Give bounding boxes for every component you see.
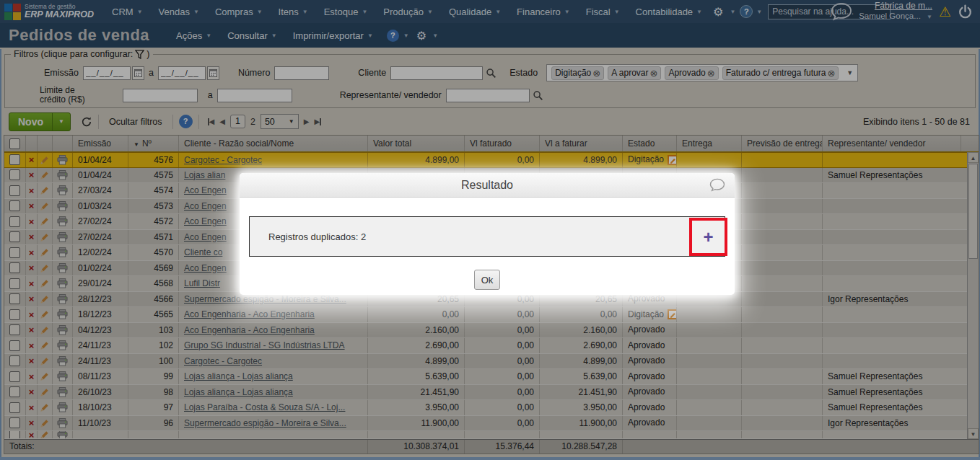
expand-plus-button[interactable]: + bbox=[703, 229, 713, 246]
dialog-title: Resultado bbox=[461, 179, 513, 191]
dialog-header[interactable]: Resultado bbox=[240, 173, 735, 198]
app-window: Sistema de gestão ERP MAXIPROD CRM▼Venda… bbox=[0, 0, 980, 460]
highlight-red-box: + bbox=[689, 218, 727, 256]
result-panel: Registros duplicados: 2 bbox=[249, 216, 725, 257]
result-message: Registros duplicados: 2 bbox=[250, 231, 366, 242]
resultado-dialog: Resultado Registros duplicados: 2 + Ok bbox=[240, 173, 735, 295]
ok-button[interactable]: Ok bbox=[474, 270, 500, 290]
dialog-chat-bubble-icon[interactable] bbox=[709, 178, 725, 195]
